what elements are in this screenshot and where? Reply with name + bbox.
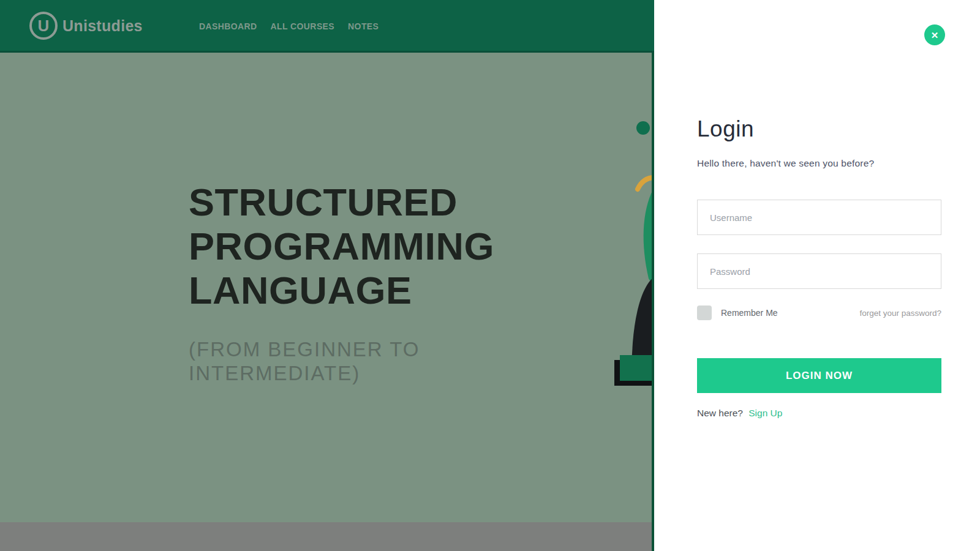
login-now-button[interactable]: LOGIN NOW (697, 358, 941, 393)
course-title: STRUCTURED PROGRAMMING LANGUAGE (189, 180, 494, 312)
password-input[interactable] (697, 253, 941, 289)
remember-me-label: Remember Me (721, 308, 778, 318)
course-title-line: PROGRAMMING (189, 224, 494, 268)
signup-link[interactable]: Sign Up (748, 408, 782, 418)
hero-section: STRUCTURED PROGRAMMING LANGUAGE (FROM BE… (0, 0, 654, 551)
nav-item-dashboard[interactable]: DASHBOARD (199, 21, 257, 31)
decor-dot-icon (636, 121, 650, 135)
login-subtitle: Hello there, haven't we seen you before? (697, 158, 874, 169)
main-nav: DASHBOARD ALL COURSES NOTES (199, 0, 379, 53)
username-input[interactable] (697, 200, 941, 235)
nav-item-notes[interactable]: NOTES (348, 21, 379, 31)
footer-bar (0, 522, 654, 551)
top-navbar: U Unistudies DASHBOARD ALL COURSES NOTES (0, 0, 654, 53)
brand-logo[interactable]: U Unistudies (29, 12, 143, 40)
page: STRUCTURED PROGRAMMING LANGUAGE (FROM BE… (0, 0, 980, 551)
person-silhouette (631, 277, 654, 364)
remember-row: Remember Me forget your password? (697, 305, 941, 321)
course-title-line: LANGUAGE (189, 268, 494, 312)
login-panel: ✕ Login Hello there, haven't we seen you… (654, 0, 980, 551)
forgot-password-link[interactable]: forget your password? (859, 309, 941, 318)
unistudies-logo-icon: U (29, 12, 58, 40)
podium-shape (620, 355, 654, 381)
nav-item-all-courses[interactable]: ALL COURSES (271, 21, 335, 31)
close-button[interactable]: ✕ (924, 24, 945, 45)
login-title: Login (697, 116, 754, 142)
signup-row: New here? Sign Up (697, 408, 782, 419)
course-title-line: STRUCTURED (189, 180, 494, 224)
course-subtitle: (FROM BEGINNER TO INTERMEDIATE) (189, 337, 458, 385)
remember-me-checkbox[interactable] (697, 305, 712, 320)
brand-name: Unistudies (62, 17, 143, 35)
signup-prompt: New here? (697, 408, 743, 418)
close-icon: ✕ (931, 31, 939, 40)
